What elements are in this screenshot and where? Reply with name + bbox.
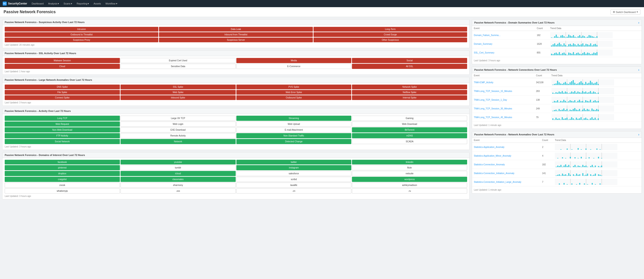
linkedin-btn[interactable]: linkedin [352,160,467,164]
svg-rect-20 [578,36,579,38]
social-network-btn[interactable]: Social Network [5,139,120,144]
tumblr-btn[interactable]: tumblr [120,165,236,170]
table-row[interactable]: Domain_Failure_Summa...182 [472,31,642,40]
dropbox-btn[interactable]: dropbox [5,171,120,176]
icloud-btn[interactable]: icloud [120,171,236,176]
network-anomalies-expand[interactable]: › [638,133,639,136]
intrusion-btn[interactable]: Intrusion [5,27,158,32]
table-row[interactable]: TNM-Long_TCP_Session_45_Minutes79 [472,113,642,122]
network-btn[interactable]: Network [120,139,236,144]
table-row[interactable]: TNM-Long_TCP_Session_30_Minutes249 [472,104,642,113]
outbound-threatlist-btn[interactable]: Outbound to Threatlist [5,32,158,37]
craigslist-btn[interactable]: craigslist [5,177,120,182]
table-row[interactable]: Statistics-Connection_Initiation_Anomaly… [472,169,642,178]
switch-dashboard-button[interactable]: ⊞ Switch Dashboard ▾ [610,10,640,15]
ftp-activity-btn[interactable]: FTP Activity [5,133,120,138]
zoosk-btn[interactable]: zoosk [5,183,120,188]
all-ssl-btn[interactable]: All SSL [352,64,467,69]
classmates-btn[interactable]: classmates [120,177,236,182]
expired-cert-btn[interactable]: Expired Cert Used [120,58,236,63]
crowd-surge-btn[interactable]: Crowd Surge [314,32,467,37]
long-tcp-btn[interactable]: Long TCP [5,116,120,121]
malware-session-btn[interactable]: Malware Session [5,58,120,63]
table-row[interactable]: Statistics-Application_Anomaly2 [472,143,642,151]
netsuite-btn[interactable]: netsuite [352,171,467,176]
email-attachment-btn[interactable]: E-mail Attachment [236,127,352,132]
data-leak-btn[interactable]: Data Leak [159,27,312,32]
nav-reporting[interactable]: Reporting▾ [77,2,89,5]
suspicious-server-btn[interactable]: Suspicious Server [159,38,312,42]
large-xfr-tcp-btn[interactable]: Large Xfr TCP [120,116,236,121]
streaming-btn[interactable]: Streaming [236,116,352,121]
table-row[interactable]: Statistics-Connection_Initiation_Large_A… [472,178,642,186]
nav-analysis[interactable]: Analysis▾ [48,2,59,5]
ssl-spike-btn[interactable]: SSL Spike [120,85,236,89]
mdns-btn[interactable]: mDNS [352,133,467,138]
facebook-btn[interactable]: facebook [5,160,120,164]
netflow-spike-btn[interactable]: Netflow Spike [352,90,467,95]
lavalife-btn[interactable]: lavalife [236,183,352,188]
table-row[interactable]: Statistics-Application_Minor_Anomaly4 [472,151,642,160]
table-row[interactable]: Statistics-Connection_Anomaly182 [472,160,642,169]
ecommerce-btn[interactable]: E-Commerce [236,64,352,69]
suspicious-proxy-btn[interactable]: Suspicious Proxy [5,38,158,42]
social-btn[interactable]: Social [352,58,467,63]
network-connections-expand[interactable]: › [638,68,639,72]
nav-workflow[interactable]: Workflow▾ [105,2,117,5]
other-suspicious-btn[interactable]: Other Suspicious [314,38,467,42]
svg-rect-181 [573,101,574,103]
table-row[interactable]: TNM-Long_TCP_Session_1_Day138 [472,96,642,104]
dns-spike-btn[interactable]: DNS Spike [5,85,120,89]
non-standard-traffic-btn[interactable]: Non-Standard Traffic [236,133,352,138]
gaming-btn[interactable]: Gaming [352,116,467,121]
table-row[interactable]: TNM-Long_TCP_Session_15_Minutes283 [472,87,642,96]
youtube-btn[interactable]: youtube [120,160,236,164]
domain-summaries-expand[interactable]: › [638,21,639,24]
exe-download-btn[interactable]: EXE Download [120,127,236,132]
network-spike-btn[interactable]: Network Spike [352,85,467,89]
svg-rect-82 [571,54,572,55]
whatismyip-btn[interactable]: whatismyip [5,188,120,193]
pinterest-btn[interactable]: pinterest [5,165,120,170]
web-error-spike-btn[interactable]: Web Error Spike [236,90,352,95]
inbound-spike-btn[interactable]: Inbound Spike [120,95,236,100]
web-login-btn[interactable]: Web Login [120,122,236,127]
pvs-spike-btn[interactable]: PVS Spike [236,85,352,89]
cn-btn[interactable]: .cn [236,188,352,193]
file-spike-btn[interactable]: File Spike [5,90,120,95]
sensitive-data-btn[interactable]: Sensitive Data [120,64,236,69]
web-spike-btn[interactable]: Web Spike [120,90,236,95]
inbound-threatlist-btn[interactable]: Inbound from Threatlist [159,32,312,37]
xxx-btn[interactable]: .xxx [120,188,236,193]
non-web-download-btn[interactable]: Non-Web Download [5,127,120,132]
web-download-btn[interactable]: Web Download [352,122,467,127]
table-row[interactable]: Domain_Summary1628 [472,40,642,48]
scribd-btn[interactable]: scribd [236,177,352,182]
scada-btn[interactable]: SCADA [352,139,467,144]
connect-spike-btn[interactable]: Connect Spike [5,95,120,100]
wordpress-btn[interactable]: wordpress [352,177,467,182]
detected-change-btn[interactable]: Detected Change [236,139,352,144]
ashleymadison-btn[interactable]: ashleymadison [352,183,467,188]
nav-assets[interactable]: Assets [94,2,101,5]
ru-btn[interactable]: .ru [352,188,467,193]
salesforce-btn[interactable]: salesforce [236,171,352,176]
nav-dashboard[interactable]: Dashboard [32,2,44,5]
bittorrent-btn[interactable]: BitTorrent [352,127,467,132]
flickr-btn[interactable]: flickr [352,165,467,170]
internal-spike-btn[interactable]: Internal Spike [352,95,467,100]
eharmony-btn[interactable]: eharmony [120,183,236,188]
media-btn[interactable]: Media [236,58,352,63]
logo[interactable]: SC SecurityCenter [3,2,27,6]
remote-activity-btn[interactable]: Remote Activity [120,133,236,138]
nav-scans[interactable]: Scans▾ [64,2,72,5]
twitter-btn[interactable]: twitter [236,160,352,164]
table-row[interactable]: SSL_Cert_Summary855 [472,48,642,57]
outbound-spike-btn[interactable]: Outbound Spike [236,95,352,100]
web-request-btn[interactable]: Web Request [5,122,120,127]
table-row[interactable]: TNM-ICMP_Activity342108 [472,78,642,87]
instagram-btn[interactable]: instagram [236,165,352,170]
cloud-btn[interactable]: Cloud [5,64,120,69]
long-term-btn[interactable]: Long-Term [314,27,467,32]
web-upload-btn[interactable]: Web Upload [236,122,352,127]
